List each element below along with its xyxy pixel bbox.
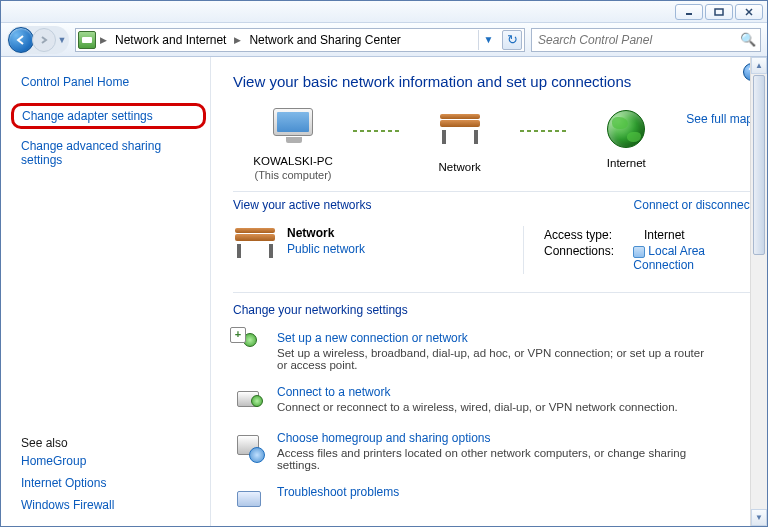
scroll-down-button[interactable]: ▼ bbox=[751, 509, 767, 526]
see-also-title: See also bbox=[21, 428, 200, 450]
svg-rect-0 bbox=[686, 13, 692, 15]
globe-icon bbox=[602, 110, 650, 152]
scrollbar-vertical[interactable]: ▲ ▼ bbox=[750, 57, 767, 526]
page-heading: View your basic network information and … bbox=[233, 73, 753, 90]
search-icon[interactable]: 🔍 bbox=[740, 32, 756, 47]
maximize-button[interactable] bbox=[705, 4, 733, 20]
svg-rect-1 bbox=[715, 9, 723, 15]
connect-disconnect-link[interactable]: Connect or disconnect bbox=[634, 198, 753, 212]
see-full-map-link[interactable]: See full map bbox=[686, 112, 753, 126]
bench-icon bbox=[436, 114, 484, 156]
chevron-right-icon[interactable]: ▶ bbox=[232, 35, 243, 45]
titlebar bbox=[1, 1, 767, 23]
minimize-button[interactable] bbox=[675, 4, 703, 20]
node-internet: Internet bbox=[566, 108, 686, 171]
troubleshoot-link[interactable]: Troubleshoot problems bbox=[277, 485, 399, 499]
active-network-card: Network Public network Access type:Inter… bbox=[233, 218, 753, 292]
nav-buttons: ▼ bbox=[7, 26, 69, 54]
change-advanced-sharing-link[interactable]: Change advanced sharing settings bbox=[21, 139, 200, 167]
connection-line bbox=[520, 130, 567, 132]
forward-button[interactable] bbox=[32, 28, 56, 52]
recent-dropdown[interactable]: ▼ bbox=[56, 27, 68, 53]
node-pc-label: KOWALSKI-PC bbox=[233, 154, 353, 169]
scroll-thumb[interactable] bbox=[753, 75, 765, 255]
chevron-right-icon[interactable]: ▶ bbox=[98, 35, 109, 45]
back-button[interactable] bbox=[8, 27, 34, 53]
active-networks-label: View your active networks bbox=[233, 198, 372, 212]
connect-network-icon bbox=[233, 385, 265, 417]
connections-label: Connections: bbox=[544, 244, 623, 272]
change-settings-title: Change your networking settings bbox=[233, 303, 408, 317]
setting-setup-connection: Set up a new connection or network Set u… bbox=[233, 331, 753, 371]
troubleshoot-icon bbox=[233, 485, 265, 517]
crumb-network-internet[interactable]: Network and Internet bbox=[111, 33, 230, 47]
node-pc-sub: (This computer) bbox=[233, 169, 353, 181]
node-net-label: Network bbox=[400, 160, 520, 175]
change-adapter-settings-link[interactable]: Change adapter settings bbox=[22, 109, 153, 123]
crumb-sharing-center[interactable]: Network and Sharing Center bbox=[245, 33, 404, 47]
see-also-homegroup[interactable]: HomeGroup bbox=[21, 454, 200, 468]
see-also-internet-options[interactable]: Internet Options bbox=[21, 476, 200, 490]
setting-homegroup: Choose homegroup and sharing options Acc… bbox=[233, 431, 753, 471]
connect-network-desc: Connect or reconnect to a wireless, wire… bbox=[277, 401, 678, 413]
sidebar: Control Panel Home Change adapter settin… bbox=[1, 57, 211, 526]
access-type-label: Access type: bbox=[544, 228, 634, 242]
refresh-button[interactable]: ↻ bbox=[502, 30, 522, 50]
search-box[interactable]: 🔍 bbox=[531, 28, 761, 52]
control-panel-icon bbox=[78, 31, 96, 49]
ethernet-icon bbox=[633, 246, 645, 258]
connect-network-link[interactable]: Connect to a network bbox=[277, 385, 678, 399]
see-also-windows-firewall[interactable]: Windows Firewall bbox=[21, 498, 200, 512]
network-type-link[interactable]: Public network bbox=[287, 242, 365, 256]
node-internet-label: Internet bbox=[566, 156, 686, 171]
node-this-computer: KOWALSKI-PC (This computer) bbox=[233, 108, 353, 181]
homegroup-link[interactable]: Choose homegroup and sharing options bbox=[277, 431, 707, 445]
network-map: KOWALSKI-PC (This computer) Network Inte… bbox=[233, 104, 753, 191]
setting-connect-network: Connect to a network Connect or reconnec… bbox=[233, 385, 753, 417]
setting-troubleshoot: Troubleshoot problems bbox=[233, 485, 753, 517]
setup-connection-link[interactable]: Set up a new connection or network bbox=[277, 331, 707, 345]
scroll-up-button[interactable]: ▲ bbox=[751, 57, 767, 74]
address-dropdown[interactable]: ▼ bbox=[478, 30, 498, 50]
highlight-annotation: Change adapter settings bbox=[11, 103, 206, 129]
address-bar[interactable]: ▶ Network and Internet ▶ Network and Sha… bbox=[75, 28, 525, 52]
bench-icon bbox=[233, 226, 275, 264]
setup-connection-desc: Set up a wireless, broadband, dial-up, a… bbox=[277, 347, 707, 371]
access-type-value: Internet bbox=[644, 228, 685, 242]
homegroup-desc: Access files and printers located on oth… bbox=[277, 447, 707, 471]
content-pane: ? View your basic network information an… bbox=[211, 57, 767, 526]
network-name: Network bbox=[287, 226, 365, 240]
navbar: ▼ ▶ Network and Internet ▶ Network and S… bbox=[1, 23, 767, 57]
node-network: Network bbox=[400, 108, 520, 175]
control-panel-home-link[interactable]: Control Panel Home bbox=[21, 75, 200, 89]
connection-line bbox=[353, 130, 400, 132]
setup-connection-icon bbox=[233, 331, 265, 363]
search-input[interactable] bbox=[536, 32, 740, 48]
computer-icon bbox=[269, 108, 317, 150]
close-button[interactable] bbox=[735, 4, 763, 20]
homegroup-icon bbox=[233, 431, 265, 463]
